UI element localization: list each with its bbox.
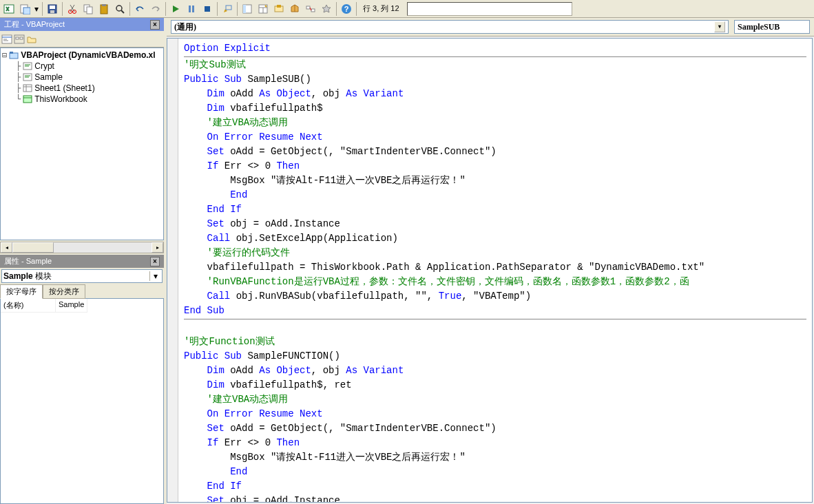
svg-rect-24	[277, 5, 281, 8]
svg-rect-36	[20, 37, 23, 39]
svg-line-13	[121, 10, 124, 13]
properties-tabs: 按字母序 按分类序	[0, 284, 164, 299]
module-icon	[22, 72, 33, 82]
svg-rect-27	[311, 9, 315, 12]
chevron-down-icon[interactable]: ▾	[149, 271, 160, 281]
procedure-selector[interactable]: SampleSUB	[734, 20, 810, 34]
margin-indicator-bar[interactable]	[167, 39, 178, 502]
redo-icon[interactable]	[148, 1, 163, 17]
svg-rect-0	[4, 5, 14, 13]
svg-rect-17	[226, 6, 231, 10]
stop-icon[interactable]	[200, 1, 215, 17]
tree-item[interactable]: ├Sheet1 (Sheet1)	[2, 83, 162, 94]
svg-rect-15	[192, 6, 194, 12]
svg-rect-19	[243, 5, 246, 13]
view-object-icon[interactable]	[14, 34, 25, 44]
svg-rect-4	[50, 6, 55, 9]
object-selector[interactable]: (通用) ▾	[171, 20, 729, 34]
undo-icon[interactable]	[132, 1, 147, 17]
pause-icon[interactable]	[184, 1, 199, 17]
save-icon[interactable]	[45, 1, 60, 17]
folder-toggle-icon[interactable]	[26, 34, 37, 44]
close-icon[interactable]: ×	[150, 257, 160, 266]
paste-icon[interactable]	[96, 1, 112, 17]
view-code-icon[interactable]	[1, 34, 12, 44]
project-tree[interactable]: ⊟ VBAProject (DynamicVBADemo.xl ├Crypt ├…	[0, 48, 164, 240]
svg-rect-14	[189, 6, 191, 12]
code-editor[interactable]: Option Explicit '明文Sub测试 Public Sub Samp…	[167, 38, 813, 503]
properties-grid[interactable]: (名称) Sample	[0, 298, 164, 504]
property-row[interactable]: (名称) Sample	[1, 299, 163, 313]
insert-icon[interactable]	[17, 1, 32, 17]
properties-title: 属性 - Sample ×	[0, 255, 164, 268]
svg-rect-26	[306, 6, 310, 9]
tab-alphabetic[interactable]: 按字母序	[0, 284, 43, 299]
tree-item[interactable]: ├Sample	[2, 72, 162, 83]
code-window-header: (通用) ▾ SampleSUB	[167, 18, 814, 36]
svg-rect-45	[23, 85, 32, 92]
svg-rect-16	[205, 6, 210, 12]
workbook-icon	[22, 94, 33, 104]
main-toolbar: ▾ ? 行 3, 列 12	[0, 0, 814, 18]
object-browser-icon[interactable]	[271, 1, 286, 17]
design-mode-icon[interactable]	[220, 1, 235, 17]
toolbox-icon[interactable]	[287, 1, 302, 17]
excel-icon[interactable]	[1, 1, 17, 17]
status-box	[407, 2, 572, 16]
svg-point-12	[116, 6, 122, 11]
tree-project-root[interactable]: ⊟ VBAProject (DynamicVBADemo.xl	[2, 50, 162, 61]
properties-panel: 属性 - Sample × Sample 模块 ▾ 按字母序 按分类序 (名称)…	[0, 255, 164, 504]
scroll-thumb[interactable]	[12, 242, 54, 253]
scroll-left-icon[interactable]: ◂	[1, 242, 12, 253]
svg-rect-5	[50, 10, 54, 13]
svg-text:?: ?	[344, 5, 349, 13]
dropdown-arrow-icon[interactable]: ▾	[33, 4, 40, 14]
copy-icon[interactable]	[81, 1, 96, 17]
svg-rect-48	[23, 96, 32, 103]
tree-horizontal-scrollbar[interactable]: ◂ ▸	[0, 242, 164, 253]
tab-order-icon[interactable]	[303, 1, 318, 17]
chevron-down-icon[interactable]: ▾	[714, 21, 725, 32]
svg-rect-2	[23, 8, 30, 14]
tree-item[interactable]: ├Crypt	[2, 61, 162, 72]
project-explorer-panel: 工程 - VBAProject × ⊟ VBAProject (DynamicV…	[0, 18, 164, 253]
tree-item[interactable]: └ThisWorkbook	[2, 94, 162, 105]
find-icon[interactable]	[112, 1, 127, 17]
sheet-icon	[22, 83, 33, 93]
module-icon	[22, 61, 33, 71]
cursor-position-label: 行 3, 列 12	[359, 3, 404, 14]
properties-object-selector[interactable]: Sample 模块 ▾	[1, 269, 163, 283]
properties-window-icon[interactable]	[255, 1, 271, 17]
run-icon[interactable]	[168, 1, 183, 17]
svg-rect-35	[16, 37, 19, 39]
property-name: (名称)	[1, 299, 56, 313]
project-explorer-icon[interactable]	[240, 1, 255, 17]
svg-rect-37	[10, 53, 18, 59]
help-icon[interactable]: ?	[339, 1, 354, 17]
project-toolbar	[0, 31, 164, 48]
project-panel-title: 工程 - VBAProject ×	[0, 18, 164, 31]
cut-icon[interactable]	[65, 1, 80, 17]
project-icon	[8, 50, 19, 60]
options-icon[interactable]	[319, 1, 334, 17]
scroll-right-icon[interactable]: ▸	[152, 242, 163, 253]
svg-rect-38	[10, 52, 13, 54]
svg-rect-9	[87, 7, 92, 14]
svg-rect-11	[102, 4, 106, 6]
tab-categorized[interactable]: 按分类序	[43, 284, 85, 299]
property-value[interactable]: Sample	[56, 299, 87, 313]
close-icon[interactable]: ×	[150, 20, 160, 30]
